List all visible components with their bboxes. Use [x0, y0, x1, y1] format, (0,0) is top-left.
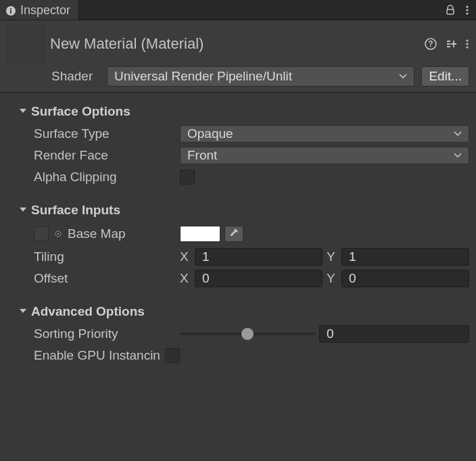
- section-header-surface-options[interactable]: Surface Options: [7, 104, 469, 119]
- row-gpu-instancing: Enable GPU Instancin: [7, 345, 469, 366]
- chevron-down-icon: [454, 131, 462, 137]
- shader-label: Shader: [51, 69, 100, 84]
- section-surface-inputs: Surface Inputs Base Map Tiling: [7, 203, 469, 289]
- gpu-instancing-label: Enable GPU Instancin: [34, 348, 176, 363]
- material-preview-thumb[interactable]: [7, 24, 45, 62]
- disclosure-down-icon: [19, 108, 27, 115]
- presets-icon[interactable]: [445, 38, 457, 50]
- inspector-tab[interactable]: Inspector: [0, 0, 79, 20]
- surface-type-select[interactable]: Opaque: [180, 125, 469, 143]
- reset-icon[interactable]: [54, 230, 62, 238]
- sorting-priority-slider[interactable]: [180, 333, 315, 335]
- svg-point-4: [466, 5, 468, 7]
- section-header-advanced[interactable]: Advanced Options: [7, 304, 469, 319]
- tiling-y-label: Y: [327, 249, 337, 264]
- shader-dropdown-value: Universal Render Pipeline/Unlit: [114, 69, 292, 84]
- render-face-select[interactable]: Front: [180, 147, 469, 164]
- tiling-x-label: X: [180, 249, 191, 264]
- tab-title: Inspector: [20, 3, 70, 18]
- edit-shader-button[interactable]: Edit...: [421, 66, 469, 87]
- section-surface-options: Surface Options Surface Type Opaque Rend…: [7, 104, 469, 188]
- offset-y-input[interactable]: 0: [341, 270, 469, 287]
- tiling-y-value: 1: [349, 249, 356, 264]
- section-title: Surface Inputs: [31, 203, 120, 218]
- row-surface-type: Surface Type Opaque: [7, 123, 469, 145]
- sorting-priority-value: 0: [327, 326, 334, 341]
- tiling-x-value: 1: [202, 249, 210, 264]
- kebab-menu-icon[interactable]: [465, 39, 469, 49]
- tiling-y-input[interactable]: 1: [341, 248, 469, 266]
- render-face-label: Render Face: [34, 148, 176, 163]
- svg-rect-3: [447, 9, 454, 14]
- chevron-down-icon: [454, 153, 462, 158]
- eyedropper-icon: [229, 229, 239, 239]
- base-map-label: Base Map: [68, 226, 126, 241]
- surface-type-label: Surface Type: [34, 126, 176, 141]
- svg-point-11: [466, 46, 468, 48]
- offset-y-value: 0: [349, 271, 356, 286]
- section-title: Advanced Options: [31, 304, 145, 319]
- kebab-menu-icon[interactable]: [465, 5, 469, 16]
- svg-point-10: [466, 43, 468, 45]
- sorting-priority-input[interactable]: 0: [319, 325, 469, 343]
- edit-button-label: Edit...: [429, 69, 462, 84]
- svg-text:?: ?: [428, 39, 433, 49]
- chevron-down-icon: [399, 74, 407, 79]
- disclosure-down-icon: [19, 207, 27, 214]
- offset-x-label: X: [180, 271, 191, 286]
- offset-label: Offset: [34, 271, 176, 286]
- lock-icon[interactable]: [445, 5, 456, 16]
- inspector-body: Surface Options Surface Type Opaque Rend…: [0, 93, 476, 388]
- help-icon[interactable]: ?: [425, 38, 437, 50]
- svg-point-5: [466, 9, 468, 11]
- svg-point-6: [466, 12, 468, 14]
- alpha-clipping-label: Alpha Clipping: [34, 170, 176, 185]
- svg-point-13: [57, 233, 59, 235]
- row-alpha-clipping: Alpha Clipping: [7, 166, 469, 188]
- surface-type-value: Opaque: [187, 126, 233, 141]
- shader-dropdown[interactable]: Universal Render Pipeline/Unlit: [107, 66, 414, 87]
- row-base-map: Base Map: [7, 222, 469, 246]
- material-title: New Material (Material): [50, 34, 419, 53]
- offset-y-label: Y: [327, 271, 337, 286]
- svg-rect-2: [10, 8, 11, 9]
- svg-point-9: [466, 39, 468, 41]
- row-offset: Offset X 0 Y 0: [7, 268, 469, 289]
- tiling-label: Tiling: [34, 249, 176, 264]
- base-map-color-swatch[interactable]: [180, 226, 220, 242]
- section-title: Surface Options: [31, 104, 130, 119]
- info-icon: [5, 5, 16, 16]
- offset-x-value: 0: [202, 271, 210, 286]
- disclosure-down-icon: [19, 308, 27, 315]
- row-sorting-priority: Sorting Priority 0: [7, 323, 469, 345]
- gpu-instancing-checkbox[interactable]: [165, 348, 180, 363]
- section-header-surface-inputs[interactable]: Surface Inputs: [7, 203, 469, 218]
- slider-thumb[interactable]: [241, 328, 254, 340]
- render-face-value: Front: [187, 148, 217, 163]
- tiling-x-input[interactable]: 1: [195, 248, 323, 266]
- tab-bar: Inspector: [0, 0, 476, 20]
- row-render-face: Render Face Front: [7, 145, 469, 166]
- row-tiling: Tiling X 1 Y 1: [7, 246, 469, 268]
- material-header: New Material (Material) ? Shader Univers…: [0, 20, 476, 93]
- eyedropper-button[interactable]: [224, 226, 243, 242]
- offset-x-input[interactable]: 0: [195, 270, 323, 287]
- svg-rect-1: [10, 10, 11, 14]
- section-advanced-options: Advanced Options Sorting Priority 0 Enab…: [7, 304, 469, 366]
- sorting-priority-label: Sorting Priority: [34, 326, 176, 341]
- base-map-texture-slot[interactable]: [34, 226, 49, 241]
- base-map-label-group: Base Map: [34, 226, 176, 241]
- alpha-clipping-checkbox[interactable]: [180, 170, 195, 185]
